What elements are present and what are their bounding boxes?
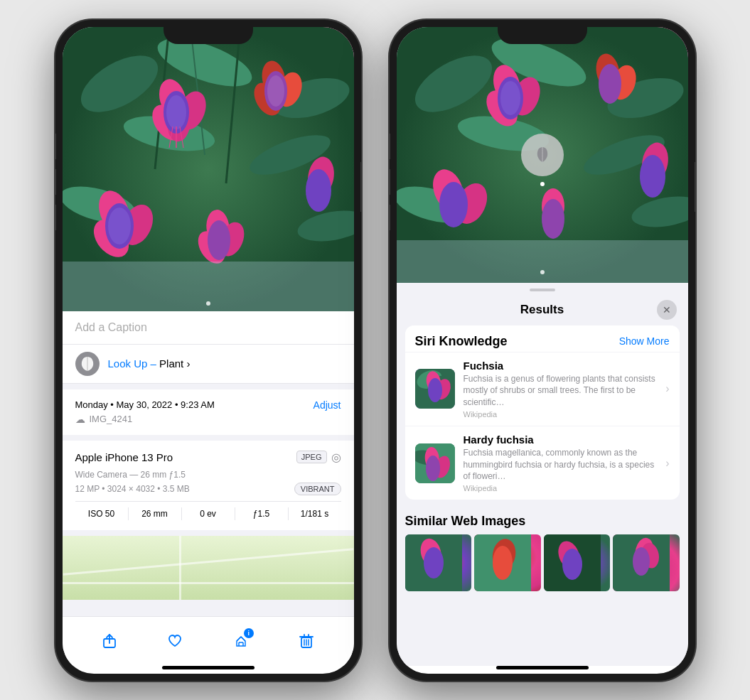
info-badge: i	[244, 628, 254, 638]
fuchsia-chevron: ›	[665, 382, 669, 395]
knowledge-item-fuchsia[interactable]: Fuchsia Fuchsia is a genus of flowering …	[405, 352, 680, 426]
svg-point-67	[439, 182, 468, 227]
format-badges: JPEG ◎	[296, 451, 341, 464]
resolution: 12 MP • 3024 × 4032 • 3.5 MB	[75, 484, 190, 494]
lookup-bar[interactable]: Look Up – Plant ›	[63, 345, 354, 384]
fuchsia-thumbnail	[415, 369, 455, 409]
fuchsia-description: Fuchsia is a genus of flowering plants t…	[464, 373, 658, 409]
meta-section: Monday • May 30, 2022 • 9:23 AM Adjust ☁…	[63, 389, 354, 435]
siri-knowledge-section: Siri Knowledge Show More	[405, 325, 680, 500]
svg-point-71	[542, 199, 564, 239]
notch	[164, 20, 253, 44]
lookup-label: Look Up – Plant ›	[108, 357, 191, 370]
hardy-fuchsia-chevron: ›	[665, 457, 669, 470]
knowledge-item-hardy-fuchsia[interactable]: Hardy fuchsia Fuchsia magellanica, commo…	[405, 426, 680, 500]
close-button[interactable]: ✕	[657, 300, 677, 320]
photo-image-1[interactable]	[63, 27, 354, 311]
filename: IMG_4241	[90, 414, 133, 424]
exif-aperture: ƒ1.5	[235, 507, 289, 520]
exif-focal: 26 mm	[129, 507, 182, 520]
phone-2: Results ✕ Siri Knowledge Show More	[390, 20, 695, 681]
siri-knowledge-title: Siri Knowledge	[415, 334, 508, 349]
svg-point-29	[108, 208, 131, 244]
svg-point-78	[428, 378, 442, 402]
notch-2	[498, 20, 587, 44]
svg-point-16	[166, 95, 186, 129]
svg-point-97	[633, 547, 650, 576]
similar-images-title: Similar Web Images	[405, 514, 680, 529]
similar-images-section: Similar Web Images	[397, 508, 688, 597]
delete-button[interactable]	[292, 627, 321, 655]
hardy-fuchsia-source: Wikipedia	[464, 484, 658, 492]
phone-1: Add a Caption Look Up – Plant › Mo	[55, 20, 361, 681]
svg-point-61	[500, 81, 520, 115]
results-content: Siri Knowledge Show More	[397, 325, 688, 666]
svg-point-24	[267, 75, 284, 107]
results-handle	[530, 289, 555, 291]
favorite-button[interactable]	[161, 627, 189, 655]
svg-point-93	[562, 549, 582, 580]
hardy-fuchsia-title: Hardy fuchsia	[464, 434, 658, 446]
svg-point-90	[493, 546, 513, 580]
svg-point-35	[208, 220, 230, 260]
svg-point-84	[426, 456, 440, 481]
vibrant-badge: VIBRANT	[294, 483, 341, 495]
svg-point-87	[424, 547, 444, 578]
photo-image-2[interactable]	[397, 27, 688, 283]
jpeg-badge: JPEG	[296, 451, 327, 463]
camera-section: Apple iPhone 13 Pro JPEG ◎ Wide Camera —…	[63, 441, 354, 530]
show-more-button[interactable]: Show More	[619, 335, 670, 347]
bottom-toolbar: i	[63, 616, 354, 666]
fuchsia-title: Fuchsia	[464, 360, 658, 372]
camera-model: Apple iPhone 13 Pro	[75, 451, 173, 463]
exif-exposure: 0 ev	[182, 507, 235, 520]
visual-lookup-icon-small	[75, 352, 100, 376]
photo-dot	[206, 301, 210, 306]
location-icon: ◎	[331, 451, 341, 464]
meta-date: Monday • May 30, 2022 • 9:23 AM	[75, 399, 215, 410]
similar-image-3[interactable]	[544, 534, 611, 591]
similar-images-grid	[405, 534, 680, 591]
results-header: Results ✕	[397, 297, 688, 325]
hardy-fuchsia-description: Fuchsia magellanica, commonly known as t…	[464, 447, 658, 483]
similar-image-1[interactable]	[405, 534, 472, 591]
photo-dot-2	[540, 270, 545, 274]
home-indicator	[162, 666, 255, 669]
camera-spec: Wide Camera — 26 mm ƒ1.5	[75, 470, 341, 480]
similar-image-4[interactable]	[613, 534, 680, 591]
cloud-icon: ☁	[75, 414, 85, 425]
exif-row: ISO 50 26 mm 0 ev ƒ1.5 1/181 s	[75, 501, 341, 520]
caption-area[interactable]: Add a Caption	[63, 311, 354, 345]
adjust-button[interactable]: Adjust	[314, 399, 341, 411]
exif-iso: ISO 50	[75, 507, 129, 520]
results-title: Results	[520, 303, 564, 317]
phone-2-screen: Results ✕ Siri Knowledge Show More	[397, 27, 688, 674]
resolution-row: 12 MP • 3024 × 4032 • 3.5 MB VIBRANT	[75, 483, 341, 495]
map-background	[63, 536, 354, 600]
svg-point-31	[306, 169, 331, 212]
fuchsia-content: Fuchsia Fuchsia is a genus of flowering …	[464, 360, 658, 419]
exif-shutter: 1/181 s	[289, 507, 341, 520]
hardy-fuchsia-thumbnail	[415, 443, 455, 483]
svg-point-69	[640, 155, 665, 198]
caption-placeholder[interactable]: Add a Caption	[75, 321, 147, 333]
map-section[interactable]	[63, 536, 354, 600]
phone-1-screen: Add a Caption Look Up – Plant › Mo	[63, 27, 354, 674]
siri-header: Siri Knowledge Show More	[405, 325, 680, 352]
visual-lookup-float-icon[interactable]	[521, 134, 564, 176]
home-indicator-2	[496, 666, 589, 669]
hardy-fuchsia-content: Hardy fuchsia Fuchsia magellanica, commo…	[464, 434, 658, 492]
visual-lookup-dot	[540, 182, 545, 186]
share-button[interactable]	[95, 627, 124, 655]
results-panel: Results ✕ Siri Knowledge Show More	[397, 283, 688, 666]
meta-file: ☁ IMG_4241	[75, 414, 341, 425]
svg-rect-72	[397, 240, 688, 283]
fuchsia-source: Wikipedia	[464, 410, 658, 419]
svg-point-64	[599, 64, 621, 104]
info-panel: Add a Caption Look Up – Plant › Mo	[63, 311, 354, 616]
info-button[interactable]: i	[227, 627, 255, 655]
similar-image-2[interactable]	[474, 534, 541, 591]
